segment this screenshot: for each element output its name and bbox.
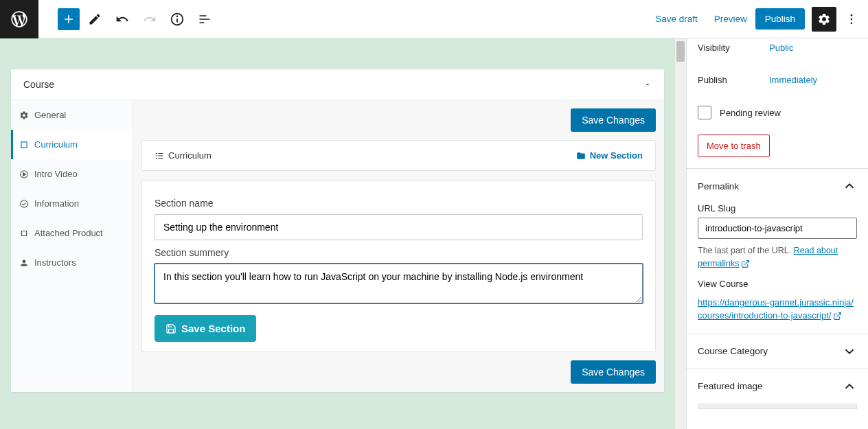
course-category-section: Course Category bbox=[687, 334, 868, 369]
gear-icon bbox=[19, 111, 29, 120]
editor-topbar: Save draft Preview Publish bbox=[0, 0, 868, 38]
section-name-input[interactable] bbox=[155, 214, 643, 240]
svg-point-4 bbox=[851, 18, 853, 20]
nav-general-label: General bbox=[34, 110, 66, 120]
course-meta-box: Course General Curriculum Intro Video bbox=[11, 69, 664, 392]
editor-main: Course General Curriculum Intro Video bbox=[0, 38, 686, 429]
more-options-button[interactable] bbox=[841, 7, 863, 32]
url-slug-label: URL Slug bbox=[698, 203, 857, 213]
nav-attached-product-label: Attached Product bbox=[34, 228, 103, 238]
publish-button[interactable]: Publish bbox=[755, 8, 805, 30]
move-to-trash-button[interactable]: Move to trash bbox=[698, 135, 770, 157]
section-form: Section name Section summery In this sec… bbox=[141, 181, 656, 352]
book-icon bbox=[19, 140, 29, 150]
course-meta-title: Course bbox=[23, 79, 54, 90]
more-vertical-icon bbox=[845, 12, 858, 26]
curriculum-heading: Curriculum bbox=[155, 150, 212, 161]
permalink-toggle[interactable]: Permalink bbox=[687, 169, 868, 203]
publish-value[interactable]: Immediately bbox=[769, 75, 817, 85]
new-section-button[interactable]: New Section bbox=[576, 150, 643, 161]
save-section-button[interactable]: Save Section bbox=[155, 315, 256, 342]
featured-image-toggle[interactable]: Featured image bbox=[687, 369, 868, 404]
course-url-link[interactable]: https://dangerous-gannet.jurassic.ninja/… bbox=[698, 296, 857, 323]
undo-icon bbox=[115, 12, 129, 26]
visibility-value[interactable]: Public bbox=[769, 43, 793, 53]
check-circle-icon bbox=[19, 199, 29, 209]
gear-icon bbox=[817, 12, 831, 26]
plus-icon bbox=[62, 12, 76, 26]
nav-information-label: Information bbox=[34, 198, 79, 209]
users-icon bbox=[19, 258, 29, 268]
view-course-label: View Course bbox=[698, 279, 857, 289]
save-changes-top-button[interactable]: Save Changes bbox=[571, 108, 656, 132]
section-summary-label: Section summery bbox=[155, 247, 643, 258]
pencil-icon bbox=[88, 12, 102, 26]
info-icon bbox=[170, 12, 185, 27]
course-content: Save Changes Curriculum New Section bbox=[133, 100, 664, 392]
svg-point-3 bbox=[851, 14, 853, 16]
redo-button[interactable] bbox=[137, 7, 162, 32]
featured-image-section: Featured image bbox=[687, 369, 868, 420]
curriculum-panel: Curriculum New Section bbox=[141, 140, 656, 171]
permalink-help-text: The last part of the URL. Read about per… bbox=[698, 244, 857, 270]
chevron-up-icon bbox=[842, 379, 857, 394]
visibility-row: Visibility Public bbox=[687, 38, 868, 57]
svg-line-9 bbox=[837, 313, 841, 317]
preview-link[interactable]: Preview bbox=[706, 8, 755, 30]
settings-button[interactable] bbox=[812, 7, 836, 32]
permalink-section: Permalink URL Slug The last part of the … bbox=[687, 168, 868, 334]
wordpress-logo[interactable] bbox=[0, 0, 38, 38]
nav-instructors[interactable]: Instructors bbox=[11, 248, 133, 277]
wordpress-icon bbox=[10, 10, 29, 29]
course-nav: General Curriculum Intro Video Informati… bbox=[11, 100, 133, 392]
save-changes-bottom-button[interactable]: Save Changes bbox=[571, 360, 656, 384]
external-link-icon bbox=[741, 259, 750, 268]
save-draft-link[interactable]: Save draft bbox=[647, 8, 706, 30]
undo-button[interactable] bbox=[110, 7, 135, 32]
nav-attached-product[interactable]: Attached Product bbox=[11, 218, 133, 248]
publish-row: Publish Immediately bbox=[687, 71, 868, 89]
url-slug-input[interactable] bbox=[698, 218, 857, 239]
chevron-down-icon bbox=[842, 344, 857, 359]
outline-button[interactable] bbox=[192, 7, 217, 32]
svg-line-8 bbox=[745, 261, 749, 265]
course-meta-header[interactable]: Course bbox=[11, 69, 664, 100]
play-circle-icon bbox=[19, 170, 29, 179]
featured-image-placeholder[interactable] bbox=[698, 404, 857, 409]
nav-curriculum-label: Curriculum bbox=[34, 139, 78, 150]
chevron-up-icon bbox=[842, 178, 857, 194]
settings-sidebar: Visibility Public Publish Immediately Pe… bbox=[686, 38, 868, 429]
svg-point-2 bbox=[177, 16, 178, 16]
course-category-toggle[interactable]: Course Category bbox=[687, 334, 868, 369]
nav-instructors-label: Instructors bbox=[34, 257, 76, 268]
outline-icon bbox=[198, 12, 212, 26]
edit-mode-button[interactable] bbox=[82, 7, 107, 32]
scrollbar[interactable] bbox=[675, 38, 686, 429]
pending-review-label: Pending review bbox=[720, 108, 781, 118]
nav-intro-video-label: Intro Video bbox=[34, 169, 78, 179]
collapse-up-icon bbox=[643, 80, 652, 89]
redo-icon bbox=[143, 12, 157, 26]
package-icon bbox=[19, 229, 29, 238]
svg-point-5 bbox=[851, 22, 853, 24]
list-icon bbox=[155, 151, 164, 161]
nav-curriculum[interactable]: Curriculum bbox=[11, 130, 133, 159]
section-summary-textarea[interactable]: In this section you'll learn how to run … bbox=[155, 264, 643, 303]
info-button[interactable] bbox=[165, 7, 190, 32]
save-disk-icon bbox=[165, 323, 176, 334]
pending-review-row: Pending review bbox=[687, 99, 868, 126]
folder-icon bbox=[576, 151, 586, 161]
nav-general[interactable]: General bbox=[11, 100, 133, 130]
pending-review-checkbox[interactable] bbox=[698, 106, 711, 119]
nav-intro-video[interactable]: Intro Video bbox=[11, 159, 133, 189]
external-link-icon bbox=[833, 312, 842, 321]
add-block-button[interactable] bbox=[58, 8, 80, 30]
nav-information[interactable]: Information bbox=[11, 189, 133, 218]
svg-point-7 bbox=[21, 200, 28, 207]
section-name-label: Section name bbox=[155, 198, 643, 209]
